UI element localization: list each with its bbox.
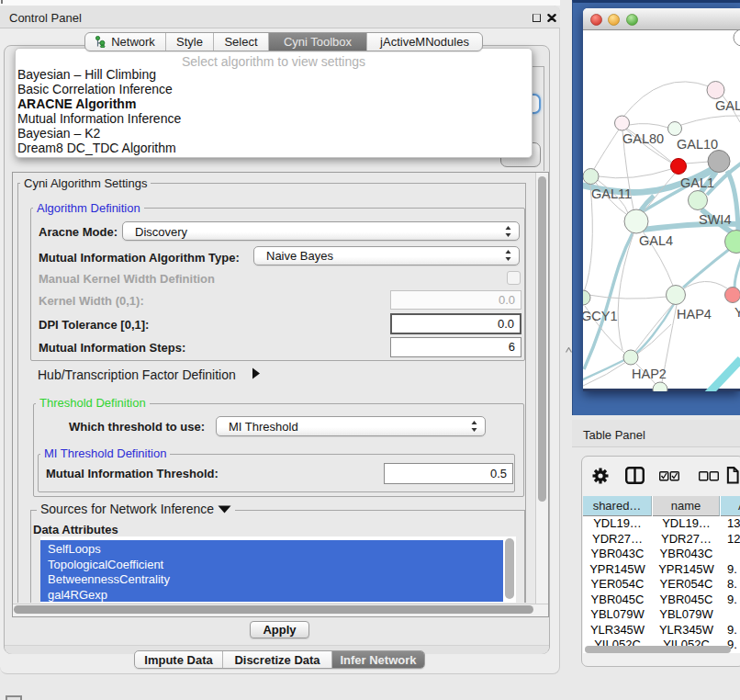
svg-text:GAL: GAL — [715, 98, 740, 113]
svg-text:GCY1: GCY1 — [583, 309, 618, 323]
svg-text:Y: Y — [734, 305, 740, 320]
svg-text:HAP4: HAP4 — [677, 307, 712, 322]
svg-text:GAL10: GAL10 — [677, 137, 718, 152]
svg-text:HAP2: HAP2 — [632, 367, 667, 381]
svg-text:SWI4: SWI4 — [699, 212, 731, 227]
svg-text:GAL80: GAL80 — [622, 131, 664, 146]
svg-text:GAL11: GAL11 — [591, 186, 632, 201]
svg-text:GAL1: GAL1 — [680, 175, 714, 190]
svg-text:GAL4: GAL4 — [639, 233, 673, 248]
